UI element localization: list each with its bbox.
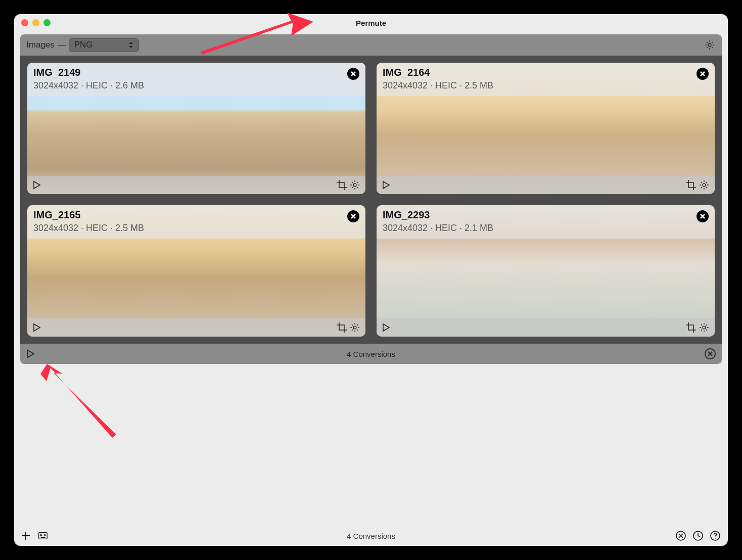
crop-icon: [336, 322, 347, 333]
plus-icon: [21, 531, 30, 540]
file-card[interactable]: IMG_2165 3024x4032 · HEIC · 2.5 MB: [27, 205, 365, 337]
file-name: IMG_2165: [33, 209, 347, 221]
file-settings-button[interactable]: [349, 179, 360, 191]
file-name: IMG_2164: [383, 67, 697, 78]
add-button[interactable]: [21, 531, 30, 540]
file-settings-button[interactable]: [699, 322, 710, 333]
convert-file-button[interactable]: [32, 323, 41, 332]
remove-file-button[interactable]: [697, 68, 709, 80]
window-title: Permute: [14, 19, 728, 27]
crop-icon: [685, 179, 697, 191]
svg-rect-5: [39, 533, 48, 539]
close-icon: [700, 214, 705, 219]
file-card[interactable]: IMG_2293 3024x4032 · HEIC · 2.1 MB: [377, 205, 715, 337]
conversion-panel: Images — PNG IMG_2149 3024x4032 · HEIC ·…: [20, 34, 722, 364]
file-name: IMG_2293: [383, 209, 697, 221]
panel-status-text: 4 Conversions: [20, 350, 722, 358]
svg-point-1: [353, 183, 356, 186]
crop-icon: [336, 179, 347, 191]
svg-point-11: [715, 538, 716, 539]
crop-icon: [685, 322, 697, 333]
robot-icon: [37, 531, 49, 541]
chevron-updown-icon: [128, 41, 133, 49]
card-footer: [27, 318, 365, 337]
panel-footer: 4 Conversions: [20, 344, 722, 364]
card-footer: [377, 318, 715, 337]
file-card[interactable]: IMG_2164 3024x4032 · HEIC · 2.5 MB: [377, 63, 715, 194]
close-window-button[interactable]: [21, 19, 28, 26]
file-info: 3024x4032 · HEIC · 2.5 MB: [33, 223, 347, 234]
play-icon: [32, 180, 41, 190]
card-header: IMG_2165 3024x4032 · HEIC · 2.5 MB: [27, 205, 365, 239]
svg-point-3: [353, 326, 356, 329]
cancel-circle-icon: [675, 530, 686, 541]
gear-icon: [699, 322, 710, 333]
app-window: Permute Images — PNG IMG_2149 3024x4032 …: [14, 14, 728, 546]
format-dropdown[interactable]: PNG: [69, 38, 139, 52]
history-button[interactable]: [692, 530, 704, 541]
file-grid: IMG_2149 3024x4032 · HEIC · 2.6 MB IMG_2…: [20, 56, 722, 344]
help-button[interactable]: [710, 530, 721, 541]
minimize-window-button[interactable]: [32, 19, 39, 26]
file-info: 3024x4032 · HEIC · 2.6 MB: [33, 80, 347, 91]
convert-file-button[interactable]: [382, 323, 391, 332]
file-settings-button[interactable]: [349, 322, 360, 333]
play-icon: [32, 323, 41, 332]
format-selected-value: PNG: [74, 40, 93, 50]
crop-button[interactable]: [336, 322, 347, 333]
cancel-button[interactable]: [675, 530, 686, 541]
media-type-label: Images: [26, 40, 55, 50]
remove-file-button[interactable]: [697, 210, 709, 222]
gear-icon: [699, 179, 710, 191]
remove-file-button[interactable]: [347, 210, 359, 222]
file-info: 3024x4032 · HEIC · 2.5 MB: [383, 80, 697, 91]
svg-point-7: [44, 535, 45, 536]
close-icon: [351, 214, 356, 219]
start-all-button[interactable]: [26, 349, 35, 358]
panel-header: Images — PNG: [20, 34, 722, 56]
svg-point-4: [703, 326, 706, 329]
file-settings-button[interactable]: [699, 179, 710, 191]
bottom-bar: 4 Conversions: [14, 526, 728, 546]
close-icon: [708, 351, 713, 356]
cancel-all-button[interactable]: [705, 348, 716, 359]
crop-button[interactable]: [685, 322, 697, 333]
crop-button[interactable]: [336, 179, 347, 191]
presets-button[interactable]: [37, 531, 49, 541]
gear-icon: [704, 39, 715, 51]
file-card[interactable]: IMG_2149 3024x4032 · HEIC · 2.6 MB: [27, 63, 365, 194]
play-icon: [382, 180, 391, 190]
titlebar: Permute: [14, 14, 728, 31]
card-header: IMG_2293 3024x4032 · HEIC · 2.1 MB: [377, 205, 715, 239]
card-footer: [27, 176, 365, 194]
file-info: 3024x4032 · HEIC · 2.1 MB: [383, 223, 697, 234]
close-icon: [351, 71, 356, 76]
card-header: IMG_2164 3024x4032 · HEIC · 2.5 MB: [377, 63, 715, 96]
traffic-lights: [21, 19, 51, 26]
file-name: IMG_2149: [33, 67, 347, 78]
close-icon: [700, 71, 705, 76]
card-header: IMG_2149 3024x4032 · HEIC · 2.6 MB: [27, 63, 365, 96]
gear-icon: [349, 322, 360, 333]
remove-file-button[interactable]: [347, 68, 359, 80]
bottom-status-text: 4 Conversions: [14, 532, 728, 540]
convert-file-button[interactable]: [382, 180, 391, 190]
gear-icon: [349, 179, 360, 191]
play-icon: [382, 323, 391, 332]
svg-point-2: [703, 183, 706, 186]
convert-file-button[interactable]: [32, 180, 41, 190]
svg-point-6: [40, 535, 42, 536]
crop-button[interactable]: [685, 179, 697, 191]
clock-icon: [692, 530, 704, 541]
card-footer: [377, 176, 715, 194]
play-icon: [26, 349, 35, 358]
maximize-window-button[interactable]: [43, 19, 51, 26]
help-icon: [710, 530, 721, 541]
separator-dash: —: [58, 40, 66, 50]
panel-settings-button[interactable]: [704, 39, 716, 51]
svg-point-0: [708, 43, 711, 46]
